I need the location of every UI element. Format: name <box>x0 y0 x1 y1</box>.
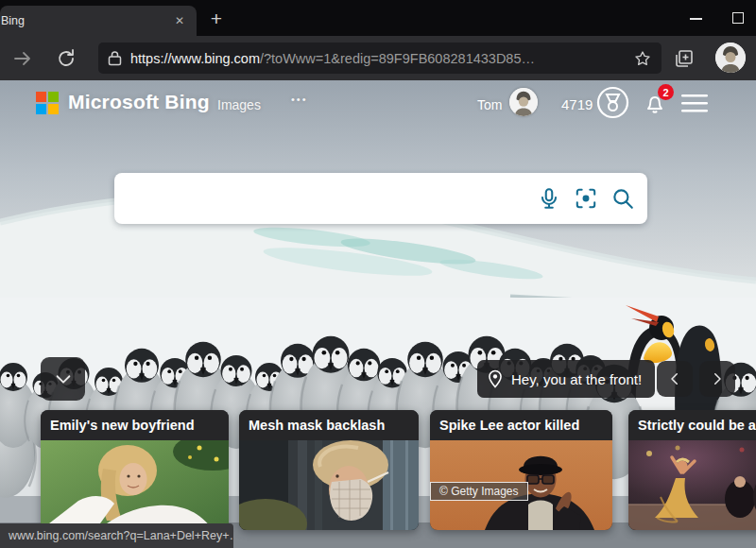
image-credit: © Getty Images <box>430 482 528 501</box>
hotspot-tooltip[interactable]: Hey, you at the front! <box>477 360 655 398</box>
news-card[interactable]: Mesh mask backlash <box>239 410 419 530</box>
ms-logo-blue-square <box>36 104 46 114</box>
ms-logo-green-square <box>48 92 59 102</box>
tab-close-icon[interactable]: ✕ <box>170 11 189 30</box>
profile-photo-icon <box>715 43 746 73</box>
microsoft-logo-icon[interactable] <box>36 92 59 114</box>
search-input[interactable] <box>114 173 537 224</box>
chevron-down-icon <box>53 368 74 389</box>
notification-badge: 2 <box>658 84 674 100</box>
news-card[interactable]: Emily's new boyfriend <box>41 410 229 530</box>
hide-news-button[interactable] <box>41 357 85 401</box>
search-bar <box>114 173 647 224</box>
news-card-image: © Getty Images <box>430 440 612 530</box>
titlebar: Bing ✕ + <box>0 0 756 36</box>
url-host: https://www.bing.com <box>130 51 260 66</box>
minimize-icon[interactable] <box>690 18 702 20</box>
news-card-image <box>239 440 419 530</box>
forward-icon[interactable] <box>11 47 34 70</box>
news-card-image <box>41 440 229 530</box>
news-card-title: Strictly could be ax <box>628 410 756 440</box>
profile-avatar[interactable] <box>715 43 746 73</box>
user-photo-icon <box>509 88 538 116</box>
new-tab-button[interactable]: + <box>204 7 229 31</box>
ms-logo-yellow-square <box>48 104 59 114</box>
news-card-title: Spike Lee actor killed <box>430 410 612 440</box>
bing-homepage: Microsoft Bing Images ••• Tom 4719 2 <box>0 80 756 548</box>
status-bar: www.bing.com/search?q=Lana+Del+Rey+… <box>0 523 233 548</box>
chevron-right-icon <box>709 370 726 387</box>
carousel-prev-button[interactable] <box>657 361 693 397</box>
more-menu-icon[interactable]: ••• <box>291 94 308 105</box>
status-link-text: www.bing.com/search?q=Lana+Del+Rey+… <box>9 529 233 542</box>
rewards-points[interactable]: 4719 <box>561 96 593 112</box>
refresh-icon[interactable] <box>55 47 77 70</box>
nav-images[interactable]: Images <box>217 97 261 112</box>
favorite-star-icon[interactable] <box>633 49 652 68</box>
news-card[interactable]: Strictly could be ax <box>628 410 756 530</box>
location-pin-icon <box>487 369 504 388</box>
url-path: /?toWww=1&redig=89F9FB608281433D85… <box>260 51 535 66</box>
url-text: https://www.bing.com/?toWww=1&redig=89F9… <box>130 51 633 66</box>
collections-icon[interactable] <box>673 47 696 70</box>
chevron-left-icon <box>666 370 683 387</box>
tooltip-text: Hey, you at the front! <box>511 371 642 387</box>
news-card-image <box>628 440 756 530</box>
mic-icon[interactable] <box>537 186 561 211</box>
browser-window: Bing ✕ + https://www.bing.com/?toWww=1&r… <box>0 0 756 548</box>
news-card-title: Emily's new boyfriend <box>41 410 229 440</box>
user-name[interactable]: Tom <box>477 97 502 112</box>
search-icon[interactable] <box>610 186 635 211</box>
hamburger-menu-icon[interactable] <box>681 94 708 113</box>
toolbar: https://www.bing.com/?toWww=1&redig=89F9… <box>0 36 756 80</box>
tab-title: Bing <box>0 14 170 27</box>
rewards-medal-icon[interactable] <box>596 86 629 119</box>
ms-logo-red-square <box>36 92 46 102</box>
user-avatar[interactable] <box>509 88 538 116</box>
url-bar[interactable]: https://www.bing.com/?toWww=1&redig=89F9… <box>98 43 662 74</box>
browser-tab[interactable]: Bing ✕ <box>0 6 197 36</box>
brand-title[interactable]: Microsoft Bing <box>68 91 210 113</box>
lock-icon <box>108 50 122 66</box>
visual-search-icon[interactable] <box>574 186 598 211</box>
news-card[interactable]: Spike Lee actor killed <box>430 410 612 530</box>
news-card-title: Mesh mask backlash <box>239 410 419 440</box>
carousel-next-button[interactable] <box>699 361 735 397</box>
maximize-icon[interactable] <box>732 12 744 24</box>
